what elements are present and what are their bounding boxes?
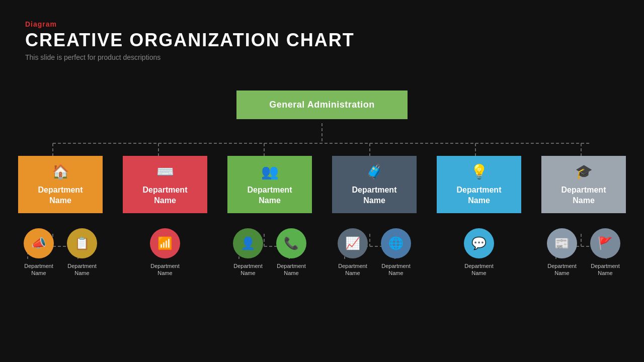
dept-column-5: 💡 DepartmentName 💬 DepartmentName xyxy=(434,156,524,277)
dept-column-4: 🧳 DepartmentName 📈 DepartmentName 🌐 Depa… xyxy=(329,156,420,277)
sub-items-1: 📣 DepartmentName 📋 DepartmentName xyxy=(21,228,100,277)
sub-item-6-1: 📰 DepartmentName xyxy=(544,228,580,277)
megaphone-icon[interactable]: 📣 xyxy=(24,228,54,258)
header: Diagram CREATIVE ORGANIZATION CHART This… xyxy=(25,20,355,61)
chat-icon[interactable]: 💬 xyxy=(464,228,494,258)
dept-column-6: 🎓 DepartmentName 📰 DepartmentName 🚩 Depa… xyxy=(538,156,629,277)
sub-items-3: 👤 DepartmentName 📞 DepartmentName xyxy=(230,228,309,277)
sub-items-6: 📰 DepartmentName 🚩 DepartmentName xyxy=(544,228,623,277)
dept-column-3: 👥 DepartmentName 👤 DepartmentName 📞 Depa… xyxy=(224,156,315,277)
sub-item-2-1: 📶 DepartmentName xyxy=(147,228,183,277)
sub-item-4-2: 🌐 DepartmentName xyxy=(378,228,414,277)
person-icon[interactable]: 👤 xyxy=(233,228,263,258)
chart-icon[interactable]: 📈 xyxy=(338,228,368,258)
sub-item-3-2: 📞 DepartmentName xyxy=(273,228,309,277)
house-icon: 🏠 xyxy=(23,163,98,181)
dept-box-5[interactable]: 💡 DepartmentName xyxy=(437,156,521,213)
main-title: CREATIVE ORGANIZATION CHART xyxy=(25,30,355,50)
sub-item-1-2: 📋 DepartmentName xyxy=(64,228,100,277)
sub-items-2: 📶 DepartmentName xyxy=(147,228,183,277)
graduation-icon: 🎓 xyxy=(546,163,621,181)
dept-box-3[interactable]: 👥 DepartmentName xyxy=(227,156,312,213)
dept-box-4[interactable]: 🧳 DepartmentName xyxy=(332,156,417,213)
newspaper-icon[interactable]: 📰 xyxy=(547,228,577,258)
keyboard-icon: ⌨️ xyxy=(128,163,202,181)
dept-box-6[interactable]: 🎓 DepartmentName xyxy=(541,156,626,213)
sub-item-5-1: 💬 DepartmentName xyxy=(461,228,497,277)
sub-item-4-1: 📈 DepartmentName xyxy=(335,228,371,277)
top-box-container: General Administration xyxy=(0,90,644,119)
flag-icon[interactable]: 🚩 xyxy=(590,228,620,258)
luggage-icon: 🧳 xyxy=(337,163,412,181)
org-chart: General Administration 🏠 DepartmentName … xyxy=(0,85,644,362)
clipboard-icon[interactable]: 📋 xyxy=(67,228,97,258)
sub-item-3-1: 👤 DepartmentName xyxy=(230,228,266,277)
diagram-label: Diagram xyxy=(25,20,355,28)
top-box[interactable]: General Administration xyxy=(236,90,408,119)
lightbulb-icon: 💡 xyxy=(442,163,516,181)
dept-column-1: 🏠 DepartmentName 📣 DepartmentName 📋 Depa… xyxy=(15,156,106,277)
department-row: 🏠 DepartmentName 📣 DepartmentName 📋 Depa… xyxy=(15,156,629,277)
subtitle: This slide is perfect for product descri… xyxy=(25,53,355,61)
dept-column-2: ⌨️ DepartmentName 📶 DepartmentName xyxy=(120,156,210,277)
dept-box-1[interactable]: 🏠 DepartmentName xyxy=(18,156,103,213)
sub-items-4: 📈 DepartmentName 🌐 DepartmentName xyxy=(335,228,414,277)
sub-item-6-2: 🚩 DepartmentName xyxy=(587,228,623,277)
globe-icon[interactable]: 🌐 xyxy=(381,228,411,258)
dept-box-2[interactable]: ⌨️ DepartmentName xyxy=(123,156,207,213)
phone-icon[interactable]: 📞 xyxy=(276,228,306,258)
sub-items-5: 💬 DepartmentName xyxy=(461,228,497,277)
people-icon: 👥 xyxy=(232,163,307,181)
wifi-icon[interactable]: 📶 xyxy=(150,228,180,258)
sub-item-1-1: 📣 DepartmentName xyxy=(21,228,57,277)
